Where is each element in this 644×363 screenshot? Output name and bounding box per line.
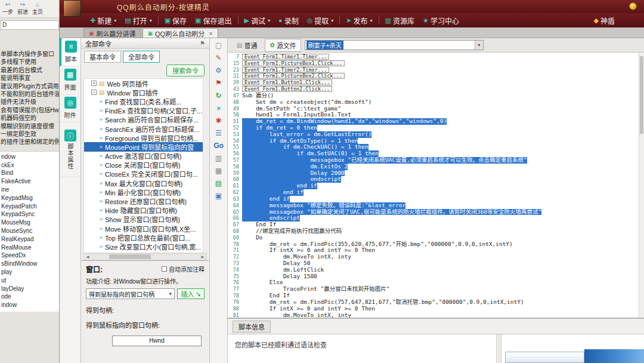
code-line[interactable]: 62 end if: [228, 189, 644, 196]
toolbar-button[interactable]: ➤发布▾: [342, 14, 376, 27]
tree-horizontal-scrollbar[interactable]: ◄ ►: [83, 253, 207, 260]
tree-item[interactable]: »Hide 隐藏窗口(窗口句柄): [84, 206, 203, 215]
bg-api-item[interactable]: MouseSync: [1, 227, 59, 235]
insert-button[interactable]: 插入 ↘: [177, 288, 205, 299]
code-line[interactable]: 74 dm.LeftClick: [228, 267, 644, 273]
chevrons-icon[interactable]: »: [216, 104, 221, 112]
toolbar-button[interactable]: ▶调试▾: [240, 14, 275, 27]
bg-api-item[interactable]: layDelay: [1, 285, 59, 293]
scroll-left-icon[interactable]: ◄: [84, 254, 91, 260]
status-scrollbar[interactable]: [496, 334, 501, 363]
tree-item[interactable]: »Close 关闭窗口(窗口句柄): [84, 161, 203, 170]
sidebar-item-ui[interactable]: ▦界面: [60, 66, 80, 94]
tree-folder[interactable]: −▤Window 窗口插件: [84, 88, 203, 97]
bg-api-item[interactable]: ine: [1, 186, 59, 194]
bg-api-item[interactable]: MouseMsg: [1, 219, 59, 227]
calendar-icon[interactable]: ▤: [215, 180, 222, 187]
bg-nav-button[interactable]: ↩一步: [2, 2, 13, 16]
window-icon[interactable]: ▥: [215, 155, 222, 162]
bg-api-item[interactable]: FakeActive: [1, 177, 59, 186]
tab-basic-commands[interactable]: 基本命令: [84, 51, 121, 63]
bg-api-item[interactable]: ode: [1, 293, 59, 301]
tree-item[interactable]: »Size 改变窗口大小(窗口句柄,宽...: [84, 242, 203, 251]
bg-api-item[interactable]: play: [1, 268, 59, 276]
tree-item[interactable]: »Move 移动窗口(窗口句柄,X坐...: [84, 224, 203, 233]
bg-api-item[interactable]: indow: [1, 301, 59, 309]
bg-api-item[interactable]: ndow: [1, 153, 59, 161]
shield-button[interactable]: ◆ 神盾: [590, 14, 619, 27]
gear-icon[interactable]: ⚙: [215, 67, 222, 75]
toolbar-button[interactable]: ◎提取▾: [303, 14, 338, 27]
tree-item[interactable]: »Restore 还原窗口(窗口句柄): [84, 196, 203, 205]
bg-nav-button[interactable]: ↪前进: [17, 2, 28, 16]
bg-api-item[interactable]: RealMouse: [1, 244, 59, 252]
code-line[interactable]: 7Event Form1.Timer1.Timer...: [228, 54, 644, 60]
bg-api-item[interactable]: ckEx: [1, 161, 59, 170]
code-line[interactable]: 23Event Form1.Timer2.Timer...: [228, 67, 644, 73]
code-line[interactable]: 68 //绑定完成开始执行找图赢分代码: [228, 228, 644, 235]
pin-icon[interactable]: ⚑: [200, 40, 205, 47]
bg-api-item[interactable]: KeypadMsg: [1, 194, 59, 202]
list-icon[interactable]: ☰: [215, 130, 222, 137]
refresh-icon[interactable]: ↻: [215, 92, 221, 100]
auto-comment-checkbox[interactable]: 自动添加注释: [162, 264, 205, 273]
scroll-right-icon[interactable]: ►: [199, 254, 206, 260]
hwnd-field[interactable]: Hwnd: [112, 336, 202, 346]
toolbar-button[interactable]: ★学习中心: [419, 14, 463, 27]
bg-api-item[interactable]: KeypadSync: [1, 210, 59, 219]
bg-api-item[interactable]: Bind: [1, 169, 59, 177]
code-line[interactable]: 58 dm.ExitOs 2: [228, 164, 644, 170]
code-line[interactable]: 53 last_error = dm.GetLastError(): [228, 131, 644, 138]
bg-api-item[interactable]: SpeedDx: [1, 251, 59, 260]
toolbar-button[interactable]: ✚新建▾: [86, 14, 120, 27]
code-line[interactable]: 77 TracePrint "赢分窗口未找到开始图片": [228, 286, 644, 293]
search-commands-button[interactable]: 搜索命令: [166, 64, 205, 76]
toolbar-button[interactable]: ▣保存退出: [191, 14, 236, 27]
view-source-button[interactable]: ✿ 源文件: [265, 39, 301, 52]
toolbar-button[interactable]: ●录制: [274, 14, 303, 27]
panel-icon[interactable]: ▢: [215, 42, 222, 50]
view-normal-button[interactable]: ▤ 普通: [233, 39, 261, 51]
document-tab[interactable]: ▣刷么赢分讲课: [83, 28, 141, 38]
grid-icon[interactable]: ▦: [215, 167, 222, 175]
bg-address-bar[interactable]: D: [0, 20, 59, 30]
sidebar-item-script[interactable]: ≡脚本: [60, 38, 80, 66]
bg-api-item[interactable]: sBindWindow: [1, 260, 59, 268]
sidebar-item-properties[interactable]: ⓘ脚本属性: [60, 122, 80, 177]
tree-expander-icon[interactable]: +: [91, 81, 97, 86]
code-line[interactable]: 69 Do: [228, 235, 644, 241]
tree-item[interactable]: »Top 把窗口总放在最前(窗口...: [84, 233, 203, 242]
code-line[interactable]: 80 If intX >= 0 and intY >= 0 Then: [228, 306, 644, 312]
tree-folder[interactable]: +▤Web 网页插件: [84, 79, 203, 88]
toolbar-button[interactable]: ▥资源库: [381, 14, 419, 27]
box-icon[interactable]: ▣: [215, 192, 222, 200]
tree-item[interactable]: »CloseEx 完全关闭窗口(窗口句...: [84, 170, 203, 179]
toolbar-button[interactable]: ▣保存: [160, 14, 191, 27]
tab-script-info[interactable]: 脚本信息: [233, 321, 271, 333]
code-line[interactable]: 15Event Form1.PictureBox1.Click...: [228, 60, 644, 67]
scrollbar-thumb[interactable]: [640, 56, 643, 134]
document-tab[interactable]: ▣QQ刷么自动刷分×: [143, 28, 218, 38]
code-editor[interactable]: 7Event Form1.Timer1.Timer...15Event Form…: [228, 53, 644, 318]
code-line[interactable]: 81 dm.MoveTo intX, inty: [228, 312, 644, 318]
tree-expander-icon[interactable]: −: [91, 90, 97, 95]
bg-api-item[interactable]: KeypadPatch: [1, 202, 59, 211]
command-variant-combo[interactable]: 得到鼠标指向的窗口句柄 ▾: [86, 288, 175, 299]
bg-api-item[interactable]: ut: [1, 276, 59, 285]
tree-item[interactable]: »FindEx 查找窗口句柄(父窗口,子...: [84, 106, 203, 115]
tree-item[interactable]: »Active 激活窗口(窗口句柄): [84, 152, 203, 161]
tree-item[interactable]: »MousePoint 得到鼠标指向的窗: [84, 142, 203, 151]
toolbar-button[interactable]: ▤打开▾: [120, 14, 156, 27]
sub-navigator-combo[interactable]: 刷案子+杀灭 ▾: [305, 40, 484, 50]
scrollbar-track[interactable]: [91, 254, 199, 259]
code-line[interactable]: 31Event Form1.PictureBox2.Click...: [228, 73, 644, 79]
flag-icon[interactable]: ⚑: [215, 79, 222, 87]
star-icon[interactable]: ✱: [215, 117, 221, 125]
code-line[interactable]: 66 endscript: [228, 215, 644, 222]
edit-icon[interactable]: ✎: [215, 54, 221, 62]
close-icon[interactable]: ×: [209, 30, 212, 37]
code-line[interactable]: 48 Set dm = createobject("dm.dmsoft"): [228, 99, 644, 106]
bg-nav-button[interactable]: ⌂主页: [32, 2, 43, 16]
bg-api-item[interactable]: RealKeypad: [1, 235, 59, 244]
go-icon[interactable]: Go: [213, 142, 224, 150]
